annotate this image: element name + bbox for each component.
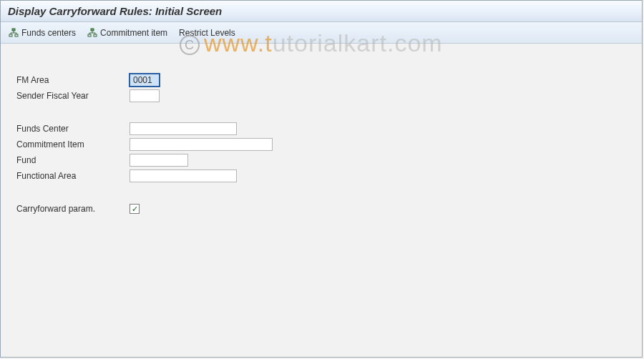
input-funds-center[interactable] (130, 122, 237, 135)
svg-rect-6 (15, 34, 18, 36)
label-fm-area: FM Area (16, 75, 130, 85)
label-sender-fiscal-year: Sender Fiscal Year (16, 91, 130, 101)
input-commitment-item[interactable] (130, 138, 273, 151)
label-fund: Fund (16, 155, 130, 165)
row-functional-area: Functional Area (16, 168, 642, 184)
label-funds-center: Funds Center (16, 124, 130, 134)
row-fund: Fund (16, 152, 642, 168)
svg-rect-12 (88, 34, 91, 36)
svg-rect-0 (12, 29, 15, 31)
svg-rect-7 (91, 29, 94, 31)
app-frame: Display Carryforward Rules: Initial Scre… (0, 0, 643, 358)
restrict-levels-label: Restrict Levels (179, 28, 235, 38)
checkbox-carryforward-param[interactable]: ✓ (130, 204, 140, 214)
svg-rect-13 (94, 34, 97, 36)
application-toolbar: Funds centers Commitment item Restrict L… (1, 22, 642, 44)
form-content: FM Area Sender Fiscal Year Funds Center … (1, 44, 642, 217)
input-fm-area[interactable] (130, 74, 160, 87)
row-carryforward-param: Carryforward param. ✓ (16, 201, 642, 217)
title-bar: Display Carryforward Rules: Initial Scre… (1, 1, 642, 22)
page-title: Display Carryforward Rules: Initial Scre… (8, 5, 222, 17)
svg-rect-5 (9, 34, 12, 36)
row-commitment-item: Commitment Item (16, 137, 642, 152)
commitment-item-button[interactable]: Commitment item (84, 25, 174, 41)
input-sender-fiscal-year[interactable] (130, 89, 160, 102)
commitment-item-label: Commitment item (100, 28, 167, 38)
row-funds-center: Funds Center (16, 121, 642, 137)
label-commitment-item: Commitment Item (16, 139, 130, 149)
hierarchy-icon (87, 28, 97, 38)
input-functional-area[interactable] (130, 169, 237, 182)
row-sender-fiscal-year: Sender Fiscal Year (16, 88, 642, 104)
label-carryforward-param: Carryforward param. (16, 204, 130, 214)
restrict-levels-button[interactable]: Restrict Levels (175, 25, 242, 41)
label-functional-area: Functional Area (16, 171, 130, 181)
row-fm-area: FM Area (16, 72, 642, 88)
hierarchy-icon (9, 28, 19, 38)
funds-centers-button[interactable]: Funds centers (5, 25, 82, 41)
funds-centers-label: Funds centers (21, 28, 76, 38)
input-fund[interactable] (130, 154, 188, 167)
